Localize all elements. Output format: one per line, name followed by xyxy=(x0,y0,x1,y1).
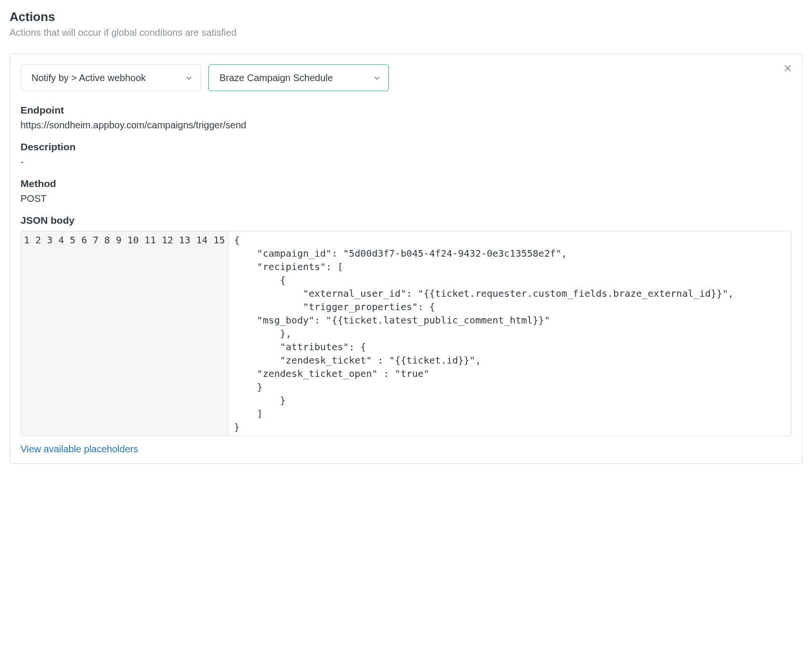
page-subtitle: Actions that will occur if global condit… xyxy=(10,27,802,38)
endpoint-label: Endpoint xyxy=(21,104,791,116)
action-card: Notify by > Active webhook Braze Campaig… xyxy=(10,53,802,464)
method-field: Method POST xyxy=(21,178,791,204)
webhook-select-label: Braze Campaign Schedule xyxy=(219,73,333,83)
code-content[interactable]: { "campaign_id": "5d00d3f7-b045-4f24-943… xyxy=(229,231,791,436)
chevron-down-icon xyxy=(185,74,193,82)
description-label: Description xyxy=(21,141,791,153)
description-field: Description - xyxy=(21,141,791,167)
method-value: POST xyxy=(21,193,791,204)
page-title: Actions xyxy=(10,10,802,24)
json-body-label: JSON body xyxy=(21,215,791,226)
json-body-field: JSON body 1 2 3 4 5 6 7 8 9 10 11 12 13 … xyxy=(21,215,791,436)
action-selects-row: Notify by > Active webhook Braze Campaig… xyxy=(21,64,791,91)
notify-by-select-label: Notify by > Active webhook xyxy=(31,73,146,83)
close-icon xyxy=(784,64,791,72)
method-label: Method xyxy=(21,178,791,189)
json-body-editor[interactable]: 1 2 3 4 5 6 7 8 9 10 11 12 13 14 15 { "c… xyxy=(21,231,791,436)
endpoint-field: Endpoint https://sondheim.appboy.com/cam… xyxy=(21,104,791,131)
description-value: - xyxy=(21,156,791,167)
actions-section: Actions Actions that will occur if globa… xyxy=(10,10,802,464)
remove-action-button[interactable] xyxy=(782,63,793,74)
code-gutter: 1 2 3 4 5 6 7 8 9 10 11 12 13 14 15 xyxy=(21,231,229,436)
view-placeholders-link[interactable]: View available placeholders xyxy=(21,444,138,455)
chevron-down-icon xyxy=(373,74,381,82)
notify-by-select[interactable]: Notify by > Active webhook xyxy=(21,64,201,91)
endpoint-value: https://sondheim.appboy.com/campaigns/tr… xyxy=(21,120,791,131)
webhook-select[interactable]: Braze Campaign Schedule xyxy=(208,64,389,91)
